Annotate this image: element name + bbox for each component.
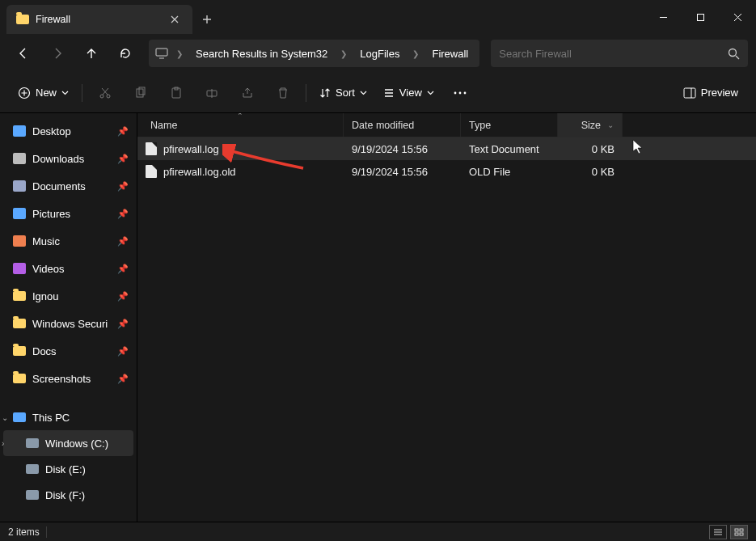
folder-icon (13, 319, 26, 328)
cut-button[interactable] (89, 79, 121, 107)
file-date: 9/19/2024 15:56 (344, 143, 461, 155)
svg-rect-16 (740, 529, 743, 531)
breadcrumb-segment[interactable]: LogFiles (355, 44, 404, 63)
disk-icon (26, 464, 39, 474)
svg-point-2 (729, 49, 737, 56)
videos-icon (13, 263, 26, 274)
up-button[interactable] (76, 39, 107, 68)
pin-icon: 📌 (117, 264, 129, 274)
navigation-bar: ❯ Search Results in System32 ❯ LogFiles … (0, 34, 756, 73)
documents-icon (13, 180, 26, 192)
window-controls (644, 0, 756, 34)
folder-icon (16, 15, 29, 24)
sidebar-item-label: This PC (32, 412, 70, 424)
sidebar-item-label: Pictures (32, 208, 70, 220)
search-input[interactable] (499, 48, 728, 60)
delete-button[interactable] (267, 79, 299, 107)
disk-icon (26, 438, 39, 448)
thumbnails-view-toggle[interactable] (730, 525, 748, 539)
pictures-icon (13, 208, 26, 219)
column-header-size[interactable]: Size⌄ (558, 113, 623, 137)
more-button[interactable] (444, 79, 476, 107)
tab-title: Firewall (36, 14, 158, 25)
details-view-toggle[interactable] (709, 525, 727, 539)
file-row[interactable]: pfirewall.log9/19/2024 15:56Text Documen… (137, 137, 756, 160)
share-button[interactable] (231, 79, 264, 107)
rename-button[interactable] (196, 79, 228, 107)
preview-pane-button[interactable]: Preview (677, 79, 745, 107)
sidebar-item-label: Videos (32, 263, 65, 275)
sidebar-item-label: Windows Securi (32, 318, 108, 330)
sidebar-item-windows-securi[interactable]: Windows Securi📌 (3, 311, 133, 336)
close-tab-button[interactable] (165, 10, 184, 29)
svg-rect-1 (156, 49, 167, 56)
chevron-right-icon[interactable]: ❯ (171, 49, 188, 58)
title-bar: Firewall (0, 0, 756, 34)
sidebar-item-label: Screenshots (32, 373, 91, 385)
sidebar-item-ignou[interactable]: Ignou📌 (3, 283, 133, 309)
window-tab[interactable]: Firewall (6, 5, 192, 34)
column-header-type[interactable]: Type (461, 113, 558, 137)
file-list[interactable]: ⌃NameDate modifiedTypeSize⌄ pfirewall.lo… (137, 113, 756, 522)
svg-rect-14 (684, 88, 695, 98)
main-area: Desktop📌Downloads📌Documents📌Pictures📌Mus… (0, 113, 756, 522)
sidebar-item-docs[interactable]: Docs📌 (3, 338, 133, 364)
sidebar-item-documents[interactable]: Documents📌 (3, 173, 133, 199)
sort-indicator-icon: ⌃ (237, 113, 243, 120)
chevron-right-icon[interactable]: ❯ (336, 49, 352, 58)
sidebar-item-music[interactable]: Music📌 (3, 228, 133, 254)
sidebar-item-drive[interactable]: Disk (F:) (3, 482, 133, 508)
svg-rect-17 (735, 533, 738, 535)
sidebar-item-label: Desktop (32, 125, 71, 137)
sidebar-item-label: Disk (F:) (45, 489, 85, 501)
file-row[interactable]: pfirewall.log.old9/19/2024 15:56OLD File… (137, 160, 756, 183)
refresh-button[interactable] (110, 39, 141, 68)
breadcrumb-segment[interactable]: Search Results in System32 (191, 44, 332, 63)
sidebar-item-drive[interactable]: ›Windows (C:) (3, 430, 133, 456)
chevron-right-icon[interactable]: ❯ (408, 49, 424, 58)
maximize-button[interactable] (682, 0, 719, 34)
sidebar-item-drive[interactable]: Disk (E:) (3, 456, 133, 482)
search-box[interactable] (491, 40, 748, 67)
copy-button[interactable] (125, 79, 157, 107)
column-header-date[interactable]: Date modified (344, 113, 461, 137)
sidebar-item-label: Docs (32, 345, 57, 357)
chevron-down-icon[interactable]: ⌄ (2, 413, 8, 422)
sidebar-item-downloads[interactable]: Downloads📌 (3, 146, 133, 171)
sidebar-item-this-pc[interactable]: ⌄This PC (3, 404, 133, 430)
downloads-icon (13, 153, 26, 164)
new-button-label: New (36, 87, 57, 99)
preview-button-label: Preview (701, 87, 738, 99)
back-button[interactable] (8, 39, 39, 68)
monitor-icon (155, 48, 168, 59)
svg-point-11 (454, 91, 456, 94)
file-name: pfirewall.log.old (163, 166, 236, 178)
sidebar-item-videos[interactable]: Videos📌 (3, 256, 133, 281)
view-button[interactable]: View (377, 79, 441, 107)
new-button[interactable]: New (11, 79, 75, 107)
item-count: 2 items (8, 526, 40, 538)
svg-rect-18 (740, 533, 743, 535)
paste-button[interactable] (160, 79, 192, 107)
close-window-button[interactable] (719, 0, 756, 34)
pin-icon: 📌 (117, 236, 129, 247)
file-date: 9/19/2024 15:56 (344, 166, 461, 178)
pin-icon: 📌 (117, 374, 129, 384)
address-bar[interactable]: ❯ Search Results in System32 ❯ LogFiles … (149, 40, 479, 67)
sort-button[interactable]: Sort (313, 79, 374, 107)
chevron-right-icon[interactable]: › (2, 439, 4, 448)
svg-point-5 (107, 95, 110, 98)
column-header-name[interactable]: ⌃Name (137, 113, 344, 137)
sidebar-item-pictures[interactable]: Pictures📌 (3, 201, 133, 226)
sidebar-item-screenshots[interactable]: Screenshots📌 (3, 366, 133, 391)
navigation-pane[interactable]: Desktop📌Downloads📌Documents📌Pictures📌Mus… (0, 113, 137, 522)
forward-button[interactable] (42, 39, 73, 68)
sidebar-item-desktop[interactable]: Desktop📌 (3, 118, 133, 144)
new-tab-button[interactable] (192, 5, 222, 34)
file-type: OLD File (461, 166, 558, 178)
svg-rect-0 (697, 14, 703, 20)
search-icon[interactable] (728, 48, 740, 60)
dropdown-icon[interactable]: ⌄ (607, 120, 614, 129)
breadcrumb-segment[interactable]: Firewall (427, 44, 473, 63)
minimize-button[interactable] (644, 0, 682, 34)
